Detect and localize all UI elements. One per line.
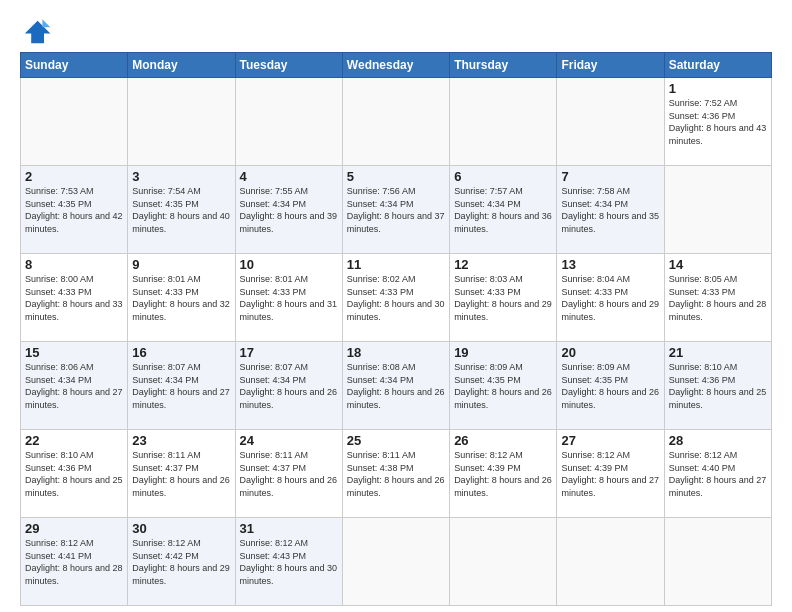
day-info: Sunrise: 8:12 AMSunset: 4:41 PMDaylight:… xyxy=(25,537,123,587)
day-number: 18 xyxy=(347,345,445,360)
calendar-cell xyxy=(557,78,664,166)
day-info: Sunrise: 8:02 AMSunset: 4:33 PMDaylight:… xyxy=(347,273,445,323)
day-number: 15 xyxy=(25,345,123,360)
day-info: Sunrise: 7:56 AMSunset: 4:34 PMDaylight:… xyxy=(347,185,445,235)
day-number: 16 xyxy=(132,345,230,360)
day-number: 26 xyxy=(454,433,552,448)
calendar-cell: 2Sunrise: 7:53 AMSunset: 4:35 PMDaylight… xyxy=(21,166,128,254)
calendar-cell: 6Sunrise: 7:57 AMSunset: 4:34 PMDaylight… xyxy=(450,166,557,254)
day-number: 22 xyxy=(25,433,123,448)
day-info: Sunrise: 8:01 AMSunset: 4:33 PMDaylight:… xyxy=(132,273,230,323)
day-info: Sunrise: 8:07 AMSunset: 4:34 PMDaylight:… xyxy=(132,361,230,411)
day-info: Sunrise: 8:09 AMSunset: 4:35 PMDaylight:… xyxy=(561,361,659,411)
day-number: 17 xyxy=(240,345,338,360)
calendar-cell: 20Sunrise: 8:09 AMSunset: 4:35 PMDayligh… xyxy=(557,342,664,430)
calendar-cell: 22Sunrise: 8:10 AMSunset: 4:36 PMDayligh… xyxy=(21,430,128,518)
day-number: 11 xyxy=(347,257,445,272)
logo xyxy=(20,16,54,48)
calendar-cell: 4Sunrise: 7:55 AMSunset: 4:34 PMDaylight… xyxy=(235,166,342,254)
day-number: 14 xyxy=(669,257,767,272)
calendar-cell: 27Sunrise: 8:12 AMSunset: 4:39 PMDayligh… xyxy=(557,430,664,518)
calendar-cell xyxy=(450,78,557,166)
day-info: Sunrise: 8:11 AMSunset: 4:37 PMDaylight:… xyxy=(132,449,230,499)
day-number: 31 xyxy=(240,521,338,536)
day-number: 6 xyxy=(454,169,552,184)
day-number: 5 xyxy=(347,169,445,184)
calendar-cell: 10Sunrise: 8:01 AMSunset: 4:33 PMDayligh… xyxy=(235,254,342,342)
calendar-cell: 5Sunrise: 7:56 AMSunset: 4:34 PMDaylight… xyxy=(342,166,449,254)
calendar-week-1: 1Sunrise: 7:52 AMSunset: 4:36 PMDaylight… xyxy=(21,78,772,166)
calendar-cell: 19Sunrise: 8:09 AMSunset: 4:35 PMDayligh… xyxy=(450,342,557,430)
day-number: 21 xyxy=(669,345,767,360)
day-number: 20 xyxy=(561,345,659,360)
calendar-cell: 1Sunrise: 7:52 AMSunset: 4:36 PMDaylight… xyxy=(664,78,771,166)
calendar-cell: 11Sunrise: 8:02 AMSunset: 4:33 PMDayligh… xyxy=(342,254,449,342)
calendar-cell: 25Sunrise: 8:11 AMSunset: 4:38 PMDayligh… xyxy=(342,430,449,518)
calendar-header-row: SundayMondayTuesdayWednesdayThursdayFrid… xyxy=(21,53,772,78)
day-number: 29 xyxy=(25,521,123,536)
calendar-cell: 17Sunrise: 8:07 AMSunset: 4:34 PMDayligh… xyxy=(235,342,342,430)
day-number: 2 xyxy=(25,169,123,184)
day-number: 13 xyxy=(561,257,659,272)
calendar-cell xyxy=(342,78,449,166)
calendar-week-6: 29Sunrise: 8:12 AMSunset: 4:41 PMDayligh… xyxy=(21,518,772,606)
svg-marker-1 xyxy=(42,19,50,27)
calendar-header-wednesday: Wednesday xyxy=(342,53,449,78)
day-number: 28 xyxy=(669,433,767,448)
day-number: 12 xyxy=(454,257,552,272)
day-info: Sunrise: 8:00 AMSunset: 4:33 PMDaylight:… xyxy=(25,273,123,323)
day-number: 3 xyxy=(132,169,230,184)
calendar-cell: 13Sunrise: 8:04 AMSunset: 4:33 PMDayligh… xyxy=(557,254,664,342)
calendar-cell: 29Sunrise: 8:12 AMSunset: 4:41 PMDayligh… xyxy=(21,518,128,606)
day-info: Sunrise: 8:12 AMSunset: 4:39 PMDaylight:… xyxy=(454,449,552,499)
day-info: Sunrise: 8:01 AMSunset: 4:33 PMDaylight:… xyxy=(240,273,338,323)
day-info: Sunrise: 8:12 AMSunset: 4:39 PMDaylight:… xyxy=(561,449,659,499)
calendar-cell: 7Sunrise: 7:58 AMSunset: 4:34 PMDaylight… xyxy=(557,166,664,254)
calendar-cell: 16Sunrise: 8:07 AMSunset: 4:34 PMDayligh… xyxy=(128,342,235,430)
day-info: Sunrise: 8:10 AMSunset: 4:36 PMDaylight:… xyxy=(669,361,767,411)
day-info: Sunrise: 7:57 AMSunset: 4:34 PMDaylight:… xyxy=(454,185,552,235)
day-number: 25 xyxy=(347,433,445,448)
calendar-cell: 8Sunrise: 8:00 AMSunset: 4:33 PMDaylight… xyxy=(21,254,128,342)
day-info: Sunrise: 8:12 AMSunset: 4:40 PMDaylight:… xyxy=(669,449,767,499)
calendar-cell: 23Sunrise: 8:11 AMSunset: 4:37 PMDayligh… xyxy=(128,430,235,518)
day-info: Sunrise: 8:10 AMSunset: 4:36 PMDaylight:… xyxy=(25,449,123,499)
calendar-header-tuesday: Tuesday xyxy=(235,53,342,78)
calendar-header-saturday: Saturday xyxy=(664,53,771,78)
day-number: 30 xyxy=(132,521,230,536)
day-info: Sunrise: 7:55 AMSunset: 4:34 PMDaylight:… xyxy=(240,185,338,235)
day-info: Sunrise: 7:53 AMSunset: 4:35 PMDaylight:… xyxy=(25,185,123,235)
calendar-cell: 26Sunrise: 8:12 AMSunset: 4:39 PMDayligh… xyxy=(450,430,557,518)
day-info: Sunrise: 8:11 AMSunset: 4:37 PMDaylight:… xyxy=(240,449,338,499)
day-info: Sunrise: 8:12 AMSunset: 4:42 PMDaylight:… xyxy=(132,537,230,587)
calendar-cell xyxy=(450,518,557,606)
calendar-header-monday: Monday xyxy=(128,53,235,78)
day-number: 4 xyxy=(240,169,338,184)
day-info: Sunrise: 8:05 AMSunset: 4:33 PMDaylight:… xyxy=(669,273,767,323)
calendar-week-4: 15Sunrise: 8:06 AMSunset: 4:34 PMDayligh… xyxy=(21,342,772,430)
day-number: 1 xyxy=(669,81,767,96)
day-info: Sunrise: 7:54 AMSunset: 4:35 PMDaylight:… xyxy=(132,185,230,235)
calendar-cell xyxy=(342,518,449,606)
calendar-header-sunday: Sunday xyxy=(21,53,128,78)
calendar: SundayMondayTuesdayWednesdayThursdayFrid… xyxy=(20,52,772,606)
day-number: 8 xyxy=(25,257,123,272)
calendar-cell xyxy=(664,518,771,606)
calendar-header-friday: Friday xyxy=(557,53,664,78)
logo-icon xyxy=(20,16,52,48)
calendar-week-5: 22Sunrise: 8:10 AMSunset: 4:36 PMDayligh… xyxy=(21,430,772,518)
calendar-cell xyxy=(235,78,342,166)
calendar-cell: 15Sunrise: 8:06 AMSunset: 4:34 PMDayligh… xyxy=(21,342,128,430)
day-info: Sunrise: 8:06 AMSunset: 4:34 PMDaylight:… xyxy=(25,361,123,411)
day-number: 24 xyxy=(240,433,338,448)
calendar-cell xyxy=(21,78,128,166)
day-info: Sunrise: 8:07 AMSunset: 4:34 PMDaylight:… xyxy=(240,361,338,411)
calendar-cell xyxy=(664,166,771,254)
header xyxy=(20,16,772,48)
day-info: Sunrise: 8:11 AMSunset: 4:38 PMDaylight:… xyxy=(347,449,445,499)
calendar-week-2: 2Sunrise: 7:53 AMSunset: 4:35 PMDaylight… xyxy=(21,166,772,254)
day-number: 7 xyxy=(561,169,659,184)
calendar-cell: 18Sunrise: 8:08 AMSunset: 4:34 PMDayligh… xyxy=(342,342,449,430)
day-number: 10 xyxy=(240,257,338,272)
calendar-cell: 24Sunrise: 8:11 AMSunset: 4:37 PMDayligh… xyxy=(235,430,342,518)
